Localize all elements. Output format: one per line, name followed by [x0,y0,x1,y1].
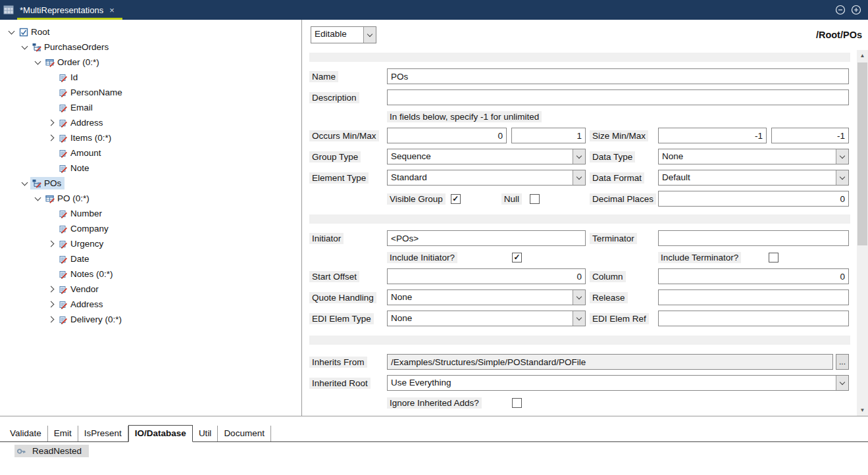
tree-item[interactable]: Note [0,161,301,176]
chevron-collapsed-icon[interactable] [45,302,57,307]
tree-item[interactable]: Number [0,206,301,221]
chevron-expanded-icon[interactable] [18,46,30,49]
method-icon [16,446,26,456]
tree-item-label: Number [70,209,102,218]
tree-item-label: Notes (0:*) [70,269,113,279]
document-tab[interactable]: *MultiRepresentations × [17,0,122,20]
ignore-inherited-adds-label: Ignore Inherited Adds? [387,397,482,409]
decimal-places-input[interactable] [658,191,849,207]
name-input[interactable] [387,68,849,84]
occurs-min-input[interactable] [387,128,507,143]
field-icon [58,72,68,82]
structure-icon [32,178,41,188]
tab-validate[interactable]: Validate [4,426,48,441]
group-type-dropdown[interactable]: Sequence [387,149,586,164]
initiator-input[interactable] [387,230,586,246]
column-label: Column [590,271,626,282]
tree-item-label: Email [70,103,93,113]
tree-item[interactable]: Date [0,251,301,266]
chevron-down-icon[interactable] [573,290,585,305]
editor-toolbar: Editable /Root/POs [304,20,868,50]
description-input[interactable] [387,89,849,105]
start-offset-input[interactable] [387,268,586,284]
tree-item[interactable]: Order (0:*) [0,55,301,70]
chevron-expanded-icon[interactable] [18,182,30,185]
visible-group-checkbox[interactable]: ✓ [451,194,461,204]
include-terminator-checkbox[interactable] [769,253,779,262]
tree-item[interactable]: Address [0,115,301,130]
release-input[interactable] [658,289,849,305]
quote-handling-dropdown[interactable]: None [387,289,586,305]
null-checkbox[interactable] [530,194,540,204]
expand-circle-button[interactable] [851,5,861,15]
size-max-input[interactable] [771,128,849,143]
tree-item[interactable]: PersonName [0,85,301,100]
chevron-down-icon[interactable] [363,27,376,43]
chevron-collapsed-icon[interactable] [45,241,57,246]
column-input[interactable] [658,268,849,284]
inherited-root-dropdown[interactable]: Use Everything [387,375,849,391]
data-type-dropdown[interactable]: None [658,149,849,164]
description-label: Description [309,92,359,103]
chevron-collapsed-icon[interactable] [45,120,57,125]
chevron-down-icon[interactable] [836,376,848,390]
scroll-up-button[interactable]: ▲ [857,50,868,61]
include-initiator-checkbox[interactable]: ✓ [512,253,522,262]
chevron-expanded-icon[interactable] [5,31,17,34]
data-type-label: Data Type [590,151,635,162]
tree-item[interactable]: Id [0,70,301,85]
edi-elem-ref-input[interactable] [658,311,849,326]
chevron-down-icon[interactable] [573,149,585,164]
tree-item[interactable]: Amount [0,145,301,161]
tree-item[interactable]: Address [0,297,301,312]
scrollbar-thumb[interactable] [857,63,867,245]
chevron-collapsed-icon[interactable] [45,317,57,322]
tab-emit[interactable]: Emit [48,426,78,441]
tree-item[interactable]: PO (0:*) [0,191,301,206]
field-icon [58,299,68,309]
tree-item[interactable]: Delivery (0:*) [0,312,301,327]
tree-item-label: PurchaseOrders [44,42,109,52]
chevron-down-icon[interactable] [836,170,848,185]
tree-item[interactable]: Items (0:*) [0,130,301,145]
method-item-readnested[interactable]: ReadNested [14,445,89,457]
tree-item-label: Address [70,118,103,128]
tab-util[interactable]: Util [193,426,218,441]
scroll-down-button[interactable]: ▼ [857,405,868,416]
tree-item[interactable]: Company [0,221,301,236]
tree-item[interactable]: POs [0,176,301,191]
chevron-down-icon[interactable] [573,311,585,326]
chevron-down-icon[interactable] [573,170,585,185]
chevron-expanded-icon[interactable] [32,197,43,200]
chevron-down-icon[interactable] [836,149,848,164]
editor-scrollbar[interactable]: ▲ ▼ [857,50,868,416]
collapse-circle-button[interactable] [835,5,846,15]
occurs-minmax-label: Occurs Min/Max [309,130,379,141]
tree-item[interactable]: Urgency [0,236,301,251]
data-format-dropdown[interactable]: Default [658,170,849,186]
section-separator [309,336,850,345]
chevron-expanded-icon[interactable] [32,61,43,64]
chevron-collapsed-icon[interactable] [45,287,57,291]
ignore-inherited-adds-checkbox[interactable] [512,398,522,408]
tree-item[interactable]: Vendor [0,282,301,297]
name-label: Name [309,71,338,82]
occurs-max-input[interactable] [511,128,586,143]
tab-ispresent[interactable]: IsPresent [78,426,128,441]
terminator-input[interactable] [658,230,849,246]
browse-button[interactable]: ... [836,354,849,370]
size-min-input[interactable] [658,128,767,143]
tree-item[interactable]: Notes (0:*) [0,266,301,282]
tab-document[interactable]: Document [218,426,271,441]
mode-dropdown[interactable]: Editable [311,26,376,43]
tab-close-icon[interactable]: × [109,5,115,15]
tree-item[interactable]: Root [0,24,301,39]
tree-item[interactable]: Email [0,100,301,115]
tree-item[interactable]: PurchaseOrders [0,39,301,55]
element-type-dropdown[interactable]: Standard [387,170,586,186]
tab-io-database[interactable]: IO/Database [128,425,193,442]
chevron-collapsed-icon[interactable] [45,136,57,140]
inherits-from-input[interactable] [387,354,833,370]
edi-elem-type-dropdown[interactable]: None [387,311,586,326]
field-icon [58,148,68,158]
